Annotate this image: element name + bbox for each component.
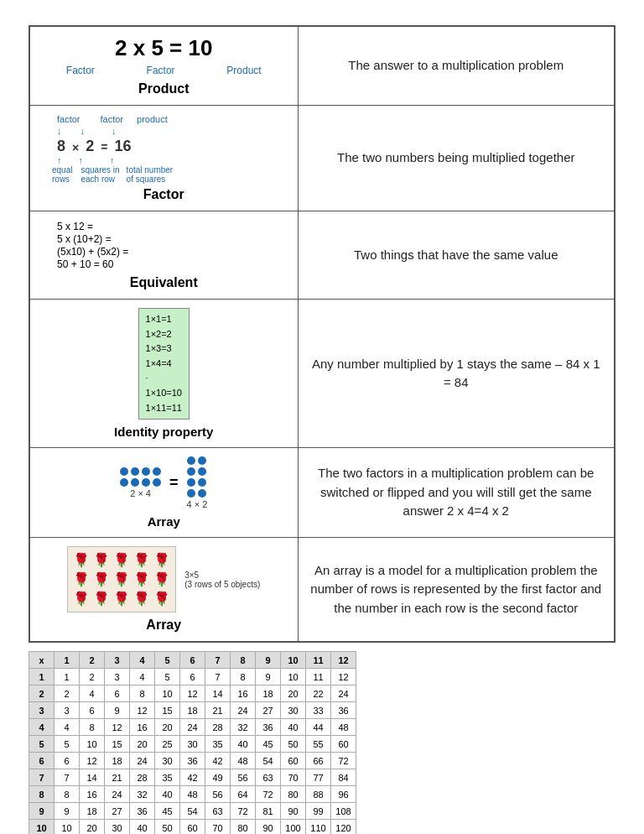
mult-cell-1-2: 4 (80, 685, 105, 702)
equivalent-right-cell: Two things that have the same value (298, 211, 615, 300)
mult-cell-6-12: 84 (331, 769, 356, 786)
mult-cell-0-7: 7 (205, 669, 231, 685)
mult-cell-4-2: 10 (80, 736, 105, 753)
mult-cell-7-4: 32 (130, 786, 155, 803)
factor-right-cell: The two numbers being multiplied togethe… (298, 106, 615, 211)
rose-14: 🌹 (133, 591, 150, 607)
factor-product-16: 16 (114, 138, 131, 155)
mult-cell-6-10: 70 (281, 769, 306, 786)
mult-cell-5-9: 54 (256, 753, 281, 769)
table-row-identity: 1×1=1 1×2=2 1×3=3 1×4=4 · 1×10=10 1×11=1… (29, 300, 615, 448)
mult-row-header-2: 2 (29, 685, 55, 702)
product-arrow-label: Product (226, 65, 261, 76)
array-visual-wrap: 🌹 🌹 🌹 🌹 🌹 🌹 🌹 🌹 🌹 🌹 🌹 (40, 546, 288, 612)
mult-cell-2-5: 15 (155, 702, 180, 719)
array-desc: (3 rows of 5 objects) (184, 580, 260, 589)
commutative-left-label: 2 × 4 (120, 488, 161, 498)
mult-cell-3-7: 28 (205, 719, 231, 736)
mult-cell-6-11: 77 (306, 769, 331, 786)
mult-cell-4-7: 35 (205, 736, 231, 753)
mult-table-row: 1123456789101112 (29, 669, 356, 685)
identity-diagram: 1×1=1 1×2=2 1×3=3 1×4=4 · 1×10=10 1×11=1… (40, 308, 288, 420)
times-symbol: × (72, 141, 79, 154)
mult-cell-0-4: 4 (130, 669, 155, 685)
commutative-equals: = (169, 474, 179, 492)
mult-cell-3-2: 8 (80, 719, 105, 736)
factor-left-cell: factor factor product ↓ ↓ ↓ 8 × 2 = (29, 106, 298, 211)
equivalent-definition: Two things that have the same value (354, 248, 558, 262)
mult-cell-1-4: 8 (130, 685, 155, 702)
mult-cell-4-8: 40 (231, 736, 256, 753)
dot (131, 467, 139, 476)
mult-cell-0-5: 5 (155, 669, 180, 685)
mult-cell-4-5: 25 (155, 736, 180, 753)
mult-table-header-6: 6 (180, 652, 205, 669)
mult-table-header-3: 3 (105, 652, 130, 669)
dots-4x2-grid (187, 456, 208, 498)
mult-cell-9-5: 50 (155, 820, 180, 834)
mult-table-row: 44812162024283236404448 (29, 719, 356, 736)
mult-cell-8-10: 90 (281, 803, 306, 820)
mult-table-row: 551015202530354045505560 (29, 736, 356, 753)
rose-11: 🌹 (73, 591, 90, 607)
mult-cell-7-10: 80 (281, 786, 306, 803)
array-term-label: Array (40, 618, 288, 633)
mult-table-header-1: 1 (55, 652, 80, 669)
mult-cell-5-4: 24 (130, 753, 155, 769)
mult-cell-1-3: 6 (105, 685, 130, 702)
product-right-cell: The answer to a multiplication problem (298, 26, 615, 106)
mult-cell-2-12: 36 (331, 702, 356, 719)
mult-cell-2-3: 9 (105, 702, 130, 719)
commutative-diagram: 2 × 4 = 4 (40, 456, 288, 509)
mult-table-row: 3369121518212427303336 (29, 702, 356, 719)
mult-cell-1-8: 16 (231, 685, 256, 702)
mult-cell-5-8: 48 (231, 753, 256, 769)
mult-cell-4-3: 15 (105, 736, 130, 753)
mult-cell-8-6: 54 (180, 803, 205, 820)
mult-cell-8-11: 99 (306, 803, 331, 820)
mult-table-header-4: 4 (130, 652, 155, 669)
mult-cell-7-1: 8 (55, 786, 80, 803)
rose-9: 🌹 (133, 571, 150, 587)
mult-cell-5-3: 18 (105, 753, 130, 769)
mult-cell-8-8: 72 (231, 803, 256, 820)
mult-cell-2-10: 30 (281, 702, 306, 719)
identity-right-cell: Any number multiplied by 1 stays the sam… (298, 300, 615, 448)
mult-table-header-5: 5 (155, 652, 180, 669)
mult-table-header-7: 7 (205, 652, 231, 669)
array-size-info: 3×5 (3 rows of 5 objects) (184, 571, 260, 589)
mult-cell-9-10: 100 (281, 820, 306, 834)
array-size: 3×5 (184, 571, 260, 580)
factor-num-8: 8 (57, 138, 65, 155)
factor-diagram: factor factor product ↓ ↓ ↓ 8 × 2 = (40, 114, 288, 184)
factor-num-2: 2 (86, 138, 94, 155)
mult-cell-7-12: 96 (331, 786, 356, 803)
mult-cell-8-1: 9 (55, 803, 80, 820)
mult-cell-0-2: 2 (80, 669, 105, 685)
mult-cell-6-4: 28 (130, 769, 155, 786)
mult-cell-9-4: 40 (130, 820, 155, 834)
mult-cell-2-9: 27 (256, 702, 281, 719)
mult-row-header-9: 9 (29, 803, 55, 820)
mult-cell-7-5: 40 (155, 786, 180, 803)
mult-cell-8-5: 45 (155, 803, 180, 820)
product-left-cell: 2 x 5 = 10 Factor Factor Product Product (29, 26, 298, 106)
mult-table-row: 10102030405060708090100110120 (29, 820, 356, 834)
mult-cell-0-11: 11 (306, 669, 331, 685)
rose-grid: 🌹 🌹 🌹 🌹 🌹 🌹 🌹 🌹 🌹 🌹 🌹 (73, 552, 170, 607)
mult-cell-2-4: 12 (130, 702, 155, 719)
page-container: 2 x 5 = 10 Factor Factor Product Product… (29, 25, 615, 834)
mult-table-row: 771421283542495663707784 (29, 769, 356, 786)
mult-cell-5-12: 72 (331, 753, 356, 769)
mult-cell-7-8: 64 (231, 786, 256, 803)
mult-cell-6-6: 42 (180, 769, 205, 786)
mult-row-header-10: 10 (29, 820, 55, 834)
id-line-3: 1×3=3 (146, 341, 182, 357)
product-diagram: 2 x 5 = 10 Factor Factor Product Product (40, 35, 288, 96)
mult-cell-8-4: 36 (130, 803, 155, 820)
mult-cell-0-3: 3 (105, 669, 130, 685)
array-definition: An array is a model for a multiplication… (310, 563, 601, 615)
dot (120, 478, 128, 487)
mult-cell-7-6: 48 (180, 786, 205, 803)
mult-cell-2-1: 3 (55, 702, 80, 719)
